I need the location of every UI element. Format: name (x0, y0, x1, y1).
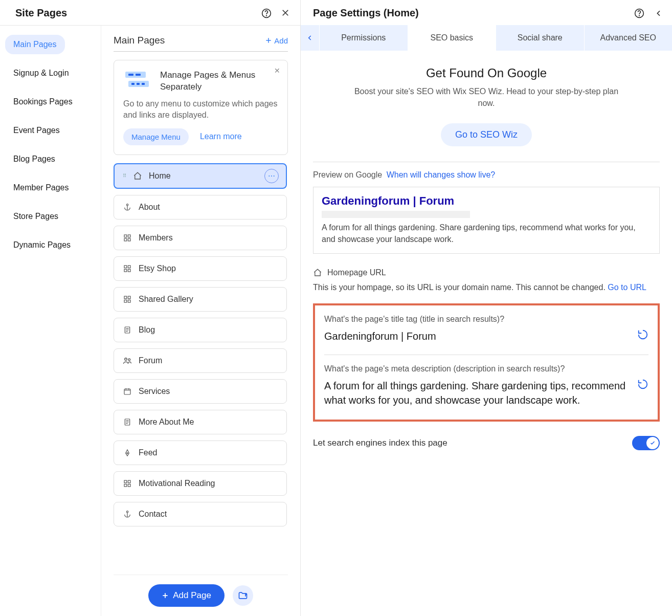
help-icon[interactable] (261, 8, 272, 18)
meta-desc-label: What's the page's meta description (desc… (324, 364, 648, 373)
page-item-contact[interactable]: ⠿Contact⋯ (114, 502, 287, 526)
tab-permissions[interactable]: Permissions (319, 25, 408, 51)
meta-desc-input[interactable]: A forum for all things gardening. Share … (324, 379, 631, 407)
svg-rect-30 (124, 484, 127, 487)
page-item-shared-gallery[interactable]: ⠿Shared Gallery⋯ (114, 287, 287, 312)
svg-rect-8 (142, 83, 145, 85)
manage-menus-callout: ✕ Manage Pages & Menus Separately Go to … (114, 60, 288, 155)
chevron-left-icon[interactable] (655, 9, 663, 17)
nav-item-blog-pages[interactable]: Blog Pages (0, 149, 101, 169)
page-item-label: More About Me (139, 417, 194, 427)
svg-rect-28 (124, 480, 127, 483)
site-pages-header: Site Pages (0, 0, 300, 26)
homepage-url-text: This is your hompage, so its URL is your… (313, 281, 660, 293)
manage-menu-button[interactable]: Manage Menu (123, 128, 189, 145)
home-icon (313, 268, 322, 277)
preview-label: Preview on Google (313, 170, 382, 179)
go-to-url-link[interactable]: Go to URL (608, 283, 646, 292)
meta-desc-block: What's the page's meta description (desc… (324, 364, 648, 407)
preview-label-row: Preview on Google When will changes show… (313, 170, 660, 180)
page-item-label: Etsy Shop (139, 264, 176, 273)
folder-button[interactable] (233, 585, 253, 606)
page-item-blog[interactable]: ⠿Blog⋯ (114, 318, 287, 342)
svg-rect-18 (124, 296, 127, 299)
seo-hero-text: Boost your site's SEO with Wix SEO Wiz. … (353, 85, 619, 109)
reset-desc-icon[interactable] (637, 379, 648, 390)
seo-wiz-button[interactable]: Go to SEO Wiz (441, 123, 532, 146)
svg-rect-14 (124, 266, 127, 268)
homepage-url-label: Homepage URL (327, 268, 386, 277)
callout-close-icon[interactable]: ✕ (274, 67, 280, 75)
nav-item-main-pages[interactable]: Main Pages (5, 35, 65, 54)
title-tag-input[interactable]: Gardeningforum | Forum (324, 329, 631, 343)
page-item-home[interactable]: ⠿Home⋯ (114, 163, 287, 189)
tab-social-share[interactable]: Social share (496, 25, 584, 51)
nav-item-event-pages[interactable]: Event Pages (0, 121, 101, 140)
svg-rect-19 (128, 296, 130, 299)
index-label: Let search engines index this page (313, 438, 447, 448)
preview-url-placeholder (322, 211, 470, 218)
doc-icon (122, 326, 132, 334)
nav-item-dynamic-pages[interactable]: Dynamic Pages (0, 235, 101, 255)
nav-item-member-pages[interactable]: Member Pages (0, 178, 101, 197)
learn-more-link[interactable]: Learn more (200, 132, 242, 141)
page-item-etsy-shop[interactable]: ⠿Etsy Shop⋯ (114, 256, 287, 281)
page-more-button[interactable]: ⋯ (264, 169, 279, 183)
page-item-label: Feed (139, 448, 157, 457)
svg-rect-13 (128, 238, 130, 241)
add-page-label: Add Page (173, 590, 211, 601)
svg-point-9 (126, 204, 128, 205)
page-item-motivational-reading[interactable]: ⠿Motivational Reading⋯ (114, 471, 287, 496)
preview-title: Gardeningforum | Forum (322, 194, 651, 208)
page-item-label: Blog (139, 325, 155, 335)
main-pages-title: Main Pages (114, 35, 165, 46)
google-preview-box: Gardeningforum | Forum A forum for all t… (313, 187, 660, 254)
svg-rect-16 (124, 269, 127, 272)
close-icon[interactable] (281, 8, 290, 18)
seo-fields-highlight: What's the page's title tag (title in se… (313, 303, 660, 422)
site-pages-panel: Site Pages Main PagesSignup & LoginBooki… (0, 0, 301, 616)
page-item-feed[interactable]: ⠿Feed⋯ (114, 441, 287, 465)
add-page-button[interactable]: Add Page (148, 584, 225, 607)
nav-item-signup-login[interactable]: Signup & Login (0, 63, 101, 83)
page-item-members[interactable]: ⠿Members⋯ (114, 226, 287, 250)
page-settings-panel: Page Settings (Home) PermissionsSEO basi… (301, 0, 672, 616)
doc-icon (122, 418, 132, 426)
grid-icon (122, 479, 132, 488)
help-icon[interactable] (634, 8, 644, 18)
page-item-label: Members (139, 233, 173, 243)
reset-title-icon[interactable] (637, 329, 648, 340)
seo-basics-body: Get Found On Google Boost your site's SE… (301, 51, 672, 616)
page-item-label: About (139, 203, 160, 212)
svg-point-23 (125, 358, 127, 360)
nav-item-store-pages[interactable]: Store Pages (0, 207, 101, 226)
page-item-services[interactable]: ⠿Services⋯ (114, 379, 287, 404)
tab-seo-basics[interactable]: SEO basics (408, 25, 496, 51)
preview-changes-link[interactable]: When will changes show live? (387, 170, 496, 179)
svg-rect-3 (128, 74, 133, 76)
toggle-knob (646, 437, 659, 449)
page-item-more-about-me[interactable]: ⠿More About Me⋯ (114, 410, 287, 434)
page-item-about[interactable]: ⠿About⋯ (114, 195, 287, 219)
svg-rect-25 (124, 389, 130, 394)
nav-item-bookings-pages[interactable]: Bookings Pages (0, 92, 101, 112)
seo-hero: Get Found On Google Boost your site's SE… (313, 66, 660, 146)
anchor-icon (122, 203, 132, 211)
preview-desc: A forum for all things gardening. Share … (322, 222, 651, 245)
page-item-label: Contact (139, 510, 167, 519)
page-item-label: Forum (139, 356, 162, 365)
svg-rect-21 (128, 300, 130, 302)
pen-icon (122, 449, 132, 457)
tab-scroll-left[interactable] (301, 25, 319, 51)
tab-advanced-seo[interactable]: Advanced SEO (584, 25, 673, 51)
svg-rect-4 (136, 74, 141, 76)
svg-rect-11 (128, 235, 130, 237)
page-item-forum[interactable]: ⠿Forum⋯ (114, 348, 287, 373)
page-item-label: Shared Gallery (139, 295, 193, 304)
svg-point-27 (127, 452, 128, 453)
grid-icon (122, 295, 132, 303)
svg-rect-12 (124, 238, 127, 241)
add-link[interactable]: Add (265, 36, 288, 45)
drag-handle-icon[interactable]: ⠿ (123, 173, 126, 179)
index-toggle[interactable] (632, 436, 660, 450)
